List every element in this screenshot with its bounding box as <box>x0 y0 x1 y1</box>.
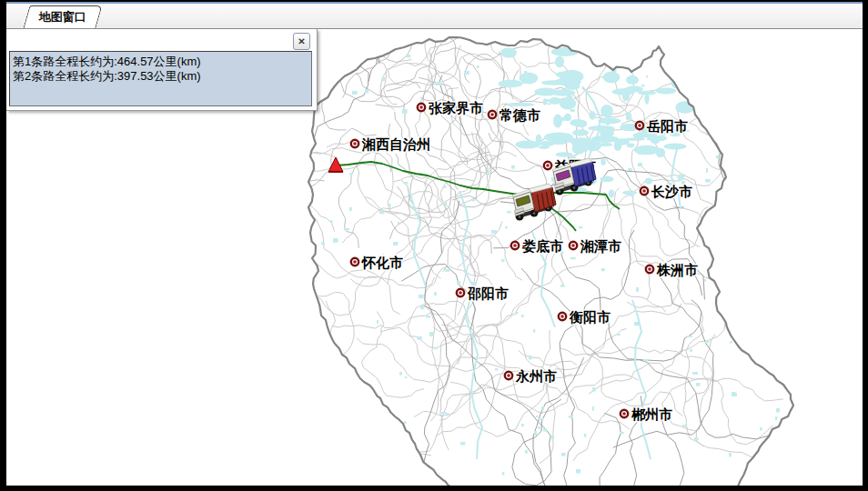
city-label: 常德市 <box>499 107 540 123</box>
city-marker-dot <box>638 124 641 127</box>
city-常德市[interactable]: 常德市 <box>489 107 540 123</box>
truck-cargo-red-icon[interactable] <box>512 184 556 221</box>
city-长沙市[interactable]: 长沙市 <box>641 184 692 199</box>
city-marker-dot <box>353 142 357 145</box>
city-label: 衡阳市 <box>569 309 611 325</box>
city-怀化市[interactable]: 怀化市 <box>351 255 403 270</box>
city-marker-dot <box>507 374 510 377</box>
city-marker-dot <box>353 260 357 264</box>
route-2-length-text: 第2条路全程长约为:397.53公里(km) <box>13 69 309 84</box>
city-marker-dot <box>648 267 651 271</box>
city-label: 永州市 <box>515 368 557 384</box>
city-label: 株洲市 <box>656 262 698 277</box>
city-郴州市[interactable]: 郴州市 <box>621 406 672 422</box>
city-label: 长沙市 <box>651 184 692 199</box>
city-label: 邵阳市 <box>467 286 509 301</box>
city-label: 湘西自治州 <box>361 136 430 152</box>
route-info-list: 第1条路全程长约为:464.57公里(km) 第2条路全程长约为:397.53公… <box>9 51 312 106</box>
city-label: 怀化市 <box>361 255 403 270</box>
city-label: 郴州市 <box>631 406 672 422</box>
app-window: 地图窗口 张家界市常德市岳阳市湘西自治州益阳市长沙市娄底市湘潭市株洲市怀化市邵阳… <box>0 0 868 491</box>
city-邵阳市[interactable]: 邵阳市 <box>457 286 509 301</box>
city-湘西自治州[interactable]: 湘西自治州 <box>351 136 430 152</box>
city-湘潭市[interactable]: 湘潭市 <box>570 238 621 254</box>
city-marker-dot <box>490 113 494 116</box>
close-icon[interactable]: ✕ <box>293 33 310 50</box>
city-marker-dot <box>459 291 462 295</box>
city-marker-dot <box>513 244 517 247</box>
city-label: 湘潭市 <box>580 238 621 254</box>
city-marker-dot <box>622 412 626 416</box>
route-info-panel: ✕ 第1条路全程长约为:464.57公里(km) 第2条路全程长约为:397.5… <box>6 29 318 111</box>
map-viewport[interactable]: 张家界市常德市岳阳市湘西自治州益阳市长沙市娄底市湘潭市株洲市怀化市邵阳市衡阳市永… <box>6 29 863 486</box>
city-娄底市[interactable]: 娄底市 <box>511 238 563 254</box>
city-label: 岳阳市 <box>646 118 688 134</box>
city-label: 张家界市 <box>429 100 483 115</box>
tab-map-window[interactable]: 地图窗口 <box>23 5 102 28</box>
city-marker-dot <box>546 164 550 167</box>
city-marker-dot <box>571 244 575 247</box>
tab-bar: 地图窗口 <box>6 4 863 29</box>
tab-map-window-label: 地图窗口 <box>39 9 86 25</box>
city-株洲市[interactable]: 株洲市 <box>646 262 698 277</box>
city-marker-dot <box>560 315 564 318</box>
city-永州市[interactable]: 永州市 <box>505 368 557 384</box>
city-张家界市[interactable]: 张家界市 <box>418 100 483 115</box>
city-label: 娄底市 <box>521 238 563 254</box>
city-marker-dot <box>419 105 423 109</box>
route-1-length-text: 第1条路全程长约为:464.57公里(km) <box>13 55 309 69</box>
city-衡阳市[interactable]: 衡阳市 <box>559 309 611 325</box>
city-marker-dot <box>642 189 646 193</box>
